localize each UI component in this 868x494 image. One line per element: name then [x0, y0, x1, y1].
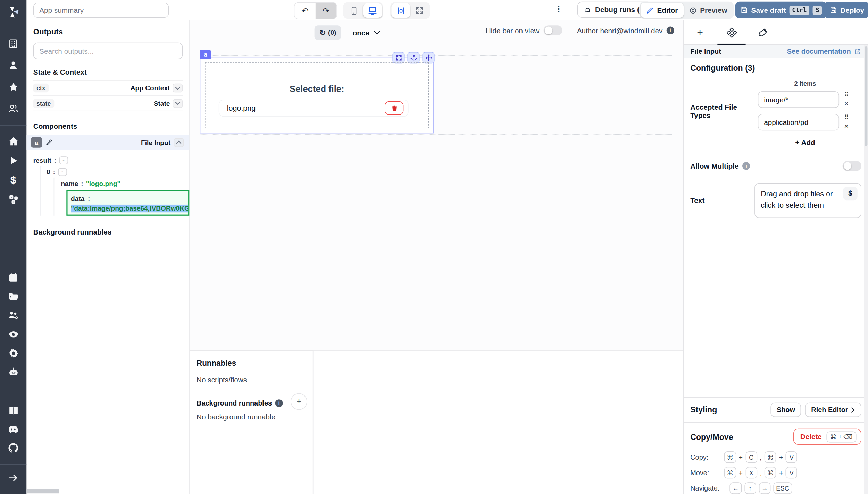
recompute-button[interactable]: ↻ (0)	[315, 25, 341, 40]
deploy-button[interactable]: Deploy	[824, 2, 868, 18]
folder-icon[interactable]	[7, 290, 20, 303]
play-icon[interactable]	[7, 154, 20, 167]
component-badge: a	[200, 50, 211, 59]
allow-multiple-toggle[interactable]	[843, 161, 861, 171]
topbar: ↶ ↷ ⋮ Debug	[27, 0, 868, 20]
eye-icon[interactable]	[7, 327, 20, 341]
undo-button[interactable]: ↶	[294, 3, 316, 19]
plus-icon: +	[297, 397, 302, 407]
remove-file-type-button[interactable]: ×	[844, 122, 849, 130]
collapse-result-button[interactable]: -	[59, 156, 68, 164]
component-collapse-button[interactable]	[174, 138, 184, 147]
tab-preview[interactable]: Preview	[683, 3, 733, 18]
dollar-icon[interactable]: $	[7, 173, 20, 186]
home-icon[interactable]	[7, 134, 20, 147]
frequency-dropdown[interactable]: once	[353, 25, 381, 40]
drag-handle-icon[interactable]: ⠿	[844, 114, 849, 121]
expand-component-button[interactable]	[392, 52, 404, 63]
save-draft-button[interactable]: Save draft Ctrl S	[735, 2, 827, 18]
expand-icon	[395, 54, 402, 61]
discord-icon[interactable]	[7, 423, 20, 436]
kbd-cmd: ⌘	[765, 451, 776, 463]
sidebar-group-workspace	[7, 37, 20, 115]
connect-expression-button[interactable]: $	[843, 187, 857, 200]
gear-icon[interactable]	[7, 346, 20, 359]
book-icon[interactable]	[7, 404, 20, 417]
star-icon[interactable]	[7, 80, 20, 93]
move-component-button[interactable]	[423, 52, 435, 63]
fullwidth-layout-button[interactable]	[410, 3, 429, 18]
users-icon[interactable]	[7, 102, 20, 115]
edit-pencil-icon[interactable]	[45, 139, 53, 146]
kbd-s: S	[813, 5, 822, 15]
user-icon[interactable]	[7, 59, 20, 72]
user-group-gear-icon[interactable]	[7, 309, 20, 322]
hide-bar-toggle[interactable]	[544, 25, 562, 35]
calendar-icon[interactable]	[7, 271, 20, 284]
component-id-badge: a	[31, 137, 42, 147]
anchor-component-button[interactable]	[407, 52, 419, 63]
kbd-cmd: ⌘	[724, 451, 736, 463]
github-icon[interactable]	[7, 441, 20, 454]
desktop-view-button[interactable]	[363, 3, 382, 18]
robot-icon[interactable]	[7, 365, 20, 378]
tab-component-settings[interactable]	[716, 20, 748, 44]
app-canvas[interactable]: ↻ (0) once Hide bar on view Author he	[190, 20, 683, 350]
styling-show-button[interactable]: Show	[770, 403, 801, 417]
sidebar-divider-bottom	[0, 464, 27, 465]
collapse-0-button[interactable]: -	[58, 168, 67, 176]
info-icon[interactable]	[743, 162, 750, 170]
center-layout-button[interactable]	[391, 3, 410, 18]
components-title: Components	[33, 122, 183, 130]
kbd-arrow-up: ↑	[744, 482, 756, 494]
ctx-expand-button[interactable]	[173, 84, 183, 93]
see-documentation-link[interactable]: See documentation	[787, 48, 861, 55]
text-value-input[interactable]: Drag and drop files or click to select t…	[755, 183, 861, 218]
copy-label: Copy:	[690, 453, 721, 461]
search-outputs-input[interactable]	[33, 43, 183, 59]
data-field-highlight[interactable]: data : "data:image/png;base64,iVBORw0KGg…	[66, 190, 189, 215]
horizontal-scrollbar[interactable]	[27, 489, 59, 493]
component-tools	[392, 52, 434, 63]
fileinput-component-selected[interactable]: a	[200, 58, 434, 133]
app-summary-input[interactable]	[33, 3, 169, 18]
center-align-icon	[396, 6, 406, 15]
info-icon[interactable]	[667, 27, 674, 34]
component-list-row-a[interactable]: a File Input	[27, 135, 190, 150]
expand-sidebar-arrow-icon[interactable]	[7, 471, 20, 484]
plus-sep: +	[739, 469, 743, 476]
file-dropzone[interactable]: Selected file: logo.png	[205, 62, 429, 128]
tab-editor[interactable]: Editor	[641, 3, 684, 18]
redo-button[interactable]: ↷	[316, 3, 337, 19]
tab-insert[interactable]: +	[684, 20, 716, 44]
drag-handle-icon[interactable]: ⠿	[844, 92, 849, 98]
shortcut-navigate: Navigate: ← ↑ → ESC	[690, 482, 861, 494]
rich-editor-button[interactable]: Rich Editor	[805, 403, 861, 417]
sidebar-group-links	[7, 404, 20, 455]
cubes-icon[interactable]	[7, 193, 20, 206]
file-type-input-0[interactable]	[758, 91, 839, 108]
main-area: ↶ ↷ ⋮ Debug	[27, 0, 868, 494]
tree-colon: :	[53, 168, 55, 176]
building-icon[interactable]	[7, 37, 20, 50]
output-row-ctx[interactable]: ctx App Context	[33, 80, 183, 96]
kbd-ctrl: Ctrl	[789, 5, 809, 15]
add-file-type-button[interactable]: + Add	[765, 138, 846, 147]
tree-key: 0	[47, 168, 50, 176]
settings-header: File Input See documentation	[684, 45, 868, 58]
delete-component-button[interactable]: Delete ⌘ + ⌫	[794, 429, 861, 445]
vertical-scrollbar[interactable]	[864, 45, 868, 494]
mobile-view-button[interactable]	[344, 3, 363, 18]
remove-file-type-button[interactable]: ×	[844, 100, 849, 107]
state-expand-button[interactable]	[173, 99, 183, 108]
tab-styling[interactable]	[747, 20, 779, 44]
add-background-runnable-button[interactable]: +	[291, 393, 307, 410]
info-icon[interactable]	[275, 399, 283, 407]
remove-file-button[interactable]	[385, 101, 403, 115]
file-type-input-1[interactable]	[758, 114, 839, 130]
windmill-logo[interactable]	[0, 0, 27, 24]
more-menu-button[interactable]: ⋮	[554, 4, 563, 14]
undo-redo-group: ↶ ↷	[294, 2, 337, 19]
refresh-icon: ↻	[319, 28, 326, 37]
output-row-state[interactable]: state State	[33, 96, 183, 111]
